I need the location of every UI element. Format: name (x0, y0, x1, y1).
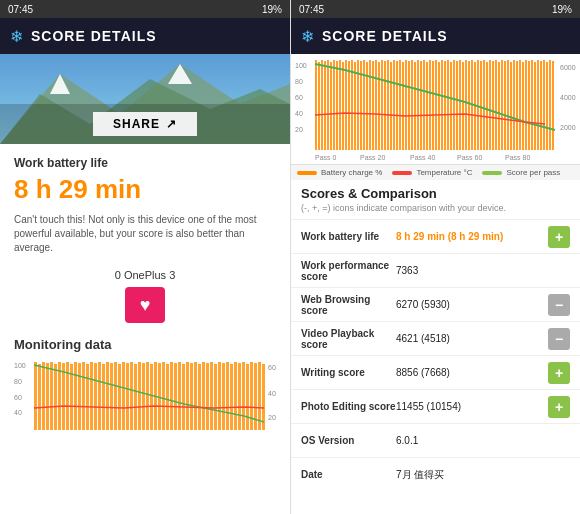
svg-rect-140 (510, 62, 512, 150)
legend-score-dot (482, 171, 502, 175)
svg-rect-99 (387, 60, 389, 150)
svg-rect-41 (162, 362, 165, 430)
svg-rect-80 (330, 62, 332, 150)
svg-rect-112 (426, 62, 428, 150)
svg-rect-78 (324, 61, 326, 150)
right-status-bar: 07:45 19% (291, 0, 580, 18)
svg-rect-76 (318, 62, 320, 150)
svg-rect-104 (402, 62, 404, 150)
svg-rect-29 (114, 362, 117, 430)
svg-rect-146 (528, 61, 530, 150)
svg-text:80: 80 (295, 78, 303, 85)
svg-rect-113 (429, 60, 431, 150)
svg-rect-23 (90, 362, 93, 430)
left-snowflake-icon: ❄ (10, 27, 23, 46)
svg-rect-37 (146, 362, 149, 430)
svg-rect-55 (218, 362, 221, 430)
svg-text:60: 60 (14, 394, 22, 401)
svg-rect-102 (396, 61, 398, 150)
svg-rect-26 (102, 364, 105, 430)
svg-rect-107 (411, 60, 413, 150)
score-label: OS Version (301, 435, 396, 446)
svg-rect-93 (369, 60, 371, 150)
score-badge: + (548, 396, 570, 418)
svg-rect-22 (86, 364, 89, 430)
svg-rect-96 (378, 62, 380, 150)
legend-temp-label: Temperature °C (416, 168, 472, 177)
svg-rect-60 (238, 363, 241, 430)
svg-rect-151 (543, 60, 545, 150)
svg-rect-109 (417, 60, 419, 150)
svg-rect-43 (170, 362, 173, 430)
right-panel: 07:45 19% ❄ SCORE DETAILS 100 80 60 40 2… (290, 0, 580, 514)
score-badge: + (548, 226, 570, 248)
table-row: Video Playback score4621 (4518)− (291, 321, 580, 355)
table-row: OS Version6.0.1 (291, 423, 580, 457)
svg-text:Pass 40: Pass 40 (410, 154, 435, 160)
svg-rect-61 (242, 362, 245, 430)
scores-title: Scores & Comparison (291, 180, 580, 203)
svg-rect-56 (222, 363, 225, 430)
svg-rect-133 (489, 60, 491, 150)
legend-battery-dot (297, 171, 317, 175)
svg-text:6000: 6000 (268, 364, 276, 371)
score-label: Video Playback score (301, 328, 396, 350)
svg-rect-137 (501, 60, 503, 150)
svg-text:2000: 2000 (560, 124, 576, 131)
svg-rect-47 (186, 362, 189, 430)
svg-text:40: 40 (14, 409, 22, 416)
scores-subtitle: (-, +, =) icons indicate comparison with… (291, 203, 580, 219)
svg-rect-31 (122, 362, 125, 430)
svg-rect-36 (142, 363, 145, 430)
svg-text:Pass 20: Pass 20 (360, 154, 385, 160)
heart-button[interactable]: ♥ (125, 287, 165, 323)
svg-rect-119 (447, 60, 449, 150)
svg-rect-134 (492, 61, 494, 150)
svg-text:4000: 4000 (268, 390, 276, 397)
svg-rect-45 (178, 362, 181, 430)
svg-rect-50 (198, 364, 201, 430)
score-label: Web Browsing score (301, 294, 396, 316)
score-label: Photo Editing score (301, 401, 396, 412)
svg-rect-48 (190, 363, 193, 430)
svg-rect-105 (405, 60, 407, 150)
svg-rect-150 (540, 61, 542, 150)
svg-rect-145 (525, 60, 527, 150)
svg-rect-54 (214, 364, 217, 430)
svg-rect-59 (234, 362, 237, 430)
score-badge (548, 464, 570, 486)
left-status-bar: 07:45 19% (0, 0, 290, 18)
score-label: Date (301, 469, 396, 480)
svg-rect-153 (549, 60, 551, 150)
svg-text:Pass 60: Pass 60 (457, 154, 482, 160)
mini-chart: 100 80 60 40 // bars drawn inline via SV… (14, 358, 276, 438)
svg-text:Pass 80: Pass 80 (505, 154, 530, 160)
svg-rect-38 (150, 364, 153, 430)
svg-text:4000: 4000 (560, 94, 576, 101)
svg-rect-144 (522, 62, 524, 150)
scores-section: Scores & Comparison (-, +, =) icons indi… (291, 180, 580, 514)
svg-rect-152 (546, 62, 548, 150)
svg-rect-135 (495, 60, 497, 150)
svg-text:100: 100 (14, 362, 26, 369)
heart-icon: ♥ (140, 295, 151, 316)
share-button[interactable]: SHARE ↗ (93, 112, 197, 136)
svg-text:40: 40 (295, 110, 303, 117)
svg-rect-66 (262, 364, 265, 430)
svg-rect-122 (456, 61, 458, 150)
svg-rect-81 (333, 60, 335, 150)
legend-score: Score per pass (482, 168, 560, 177)
score-label: Writing score (301, 367, 396, 378)
svg-rect-111 (423, 60, 425, 150)
svg-rect-42 (166, 364, 169, 430)
svg-text:20: 20 (295, 126, 303, 133)
score-value: 6270 (5930) (396, 299, 548, 310)
svg-rect-138 (504, 61, 506, 150)
svg-rect-11 (42, 362, 45, 430)
svg-rect-58 (230, 364, 233, 430)
svg-rect-51 (202, 362, 205, 430)
svg-rect-46 (182, 364, 185, 430)
svg-rect-94 (372, 61, 374, 150)
svg-rect-110 (420, 61, 422, 150)
svg-rect-154 (552, 61, 554, 150)
